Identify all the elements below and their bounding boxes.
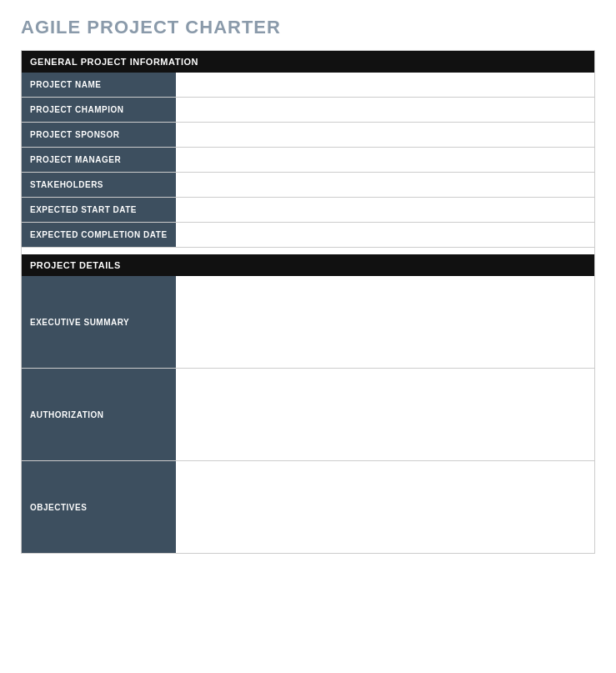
authorization-row: AUTHORIZATION [22, 369, 594, 461]
project-champion-label: PROJECT CHAMPION [22, 98, 176, 122]
objectives-label: OBJECTIVES [22, 461, 176, 553]
completion-date-label: EXPECTED COMPLETION DATE [22, 223, 176, 247]
project-manager-row: PROJECT MANAGER [22, 148, 594, 173]
objectives-row: OBJECTIVES [22, 461, 594, 553]
general-section-header: GENERAL PROJECT INFORMATION [22, 51, 594, 73]
project-sponsor-label: PROJECT SPONSOR [22, 123, 176, 147]
start-date-label: EXPECTED START DATE [22, 198, 176, 222]
project-champion-value[interactable] [176, 98, 594, 122]
project-champion-row: PROJECT CHAMPION [22, 98, 594, 123]
executive-summary-row: EXECUTIVE SUMMARY [22, 276, 594, 369]
details-section-header: PROJECT DETAILS [22, 254, 594, 276]
charter-table: GENERAL PROJECT INFORMATION PROJECT NAME… [21, 50, 595, 554]
project-name-row: PROJECT NAME [22, 73, 594, 98]
stakeholders-row: STAKEHOLDERS [22, 173, 594, 198]
project-manager-value[interactable] [176, 148, 594, 172]
completion-date-row: EXPECTED COMPLETION DATE [22, 223, 594, 248]
start-date-value[interactable] [176, 198, 594, 222]
page-title: AGILE PROJECT CHARTER [21, 17, 595, 38]
executive-summary-label: EXECUTIVE SUMMARY [22, 276, 176, 368]
project-name-value[interactable] [176, 73, 594, 97]
project-sponsor-row: PROJECT SPONSOR [22, 123, 594, 148]
executive-summary-value[interactable] [176, 276, 594, 368]
project-sponsor-value[interactable] [176, 123, 594, 147]
start-date-row: EXPECTED START DATE [22, 198, 594, 223]
authorization-value[interactable] [176, 369, 594, 460]
stakeholders-value[interactable] [176, 173, 594, 197]
section-spacer [22, 248, 594, 254]
objectives-value[interactable] [176, 461, 594, 553]
project-manager-label: PROJECT MANAGER [22, 148, 176, 172]
authorization-label: AUTHORIZATION [22, 369, 176, 460]
stakeholders-label: STAKEHOLDERS [22, 173, 176, 197]
project-name-label: PROJECT NAME [22, 73, 176, 97]
completion-date-value[interactable] [176, 223, 594, 247]
